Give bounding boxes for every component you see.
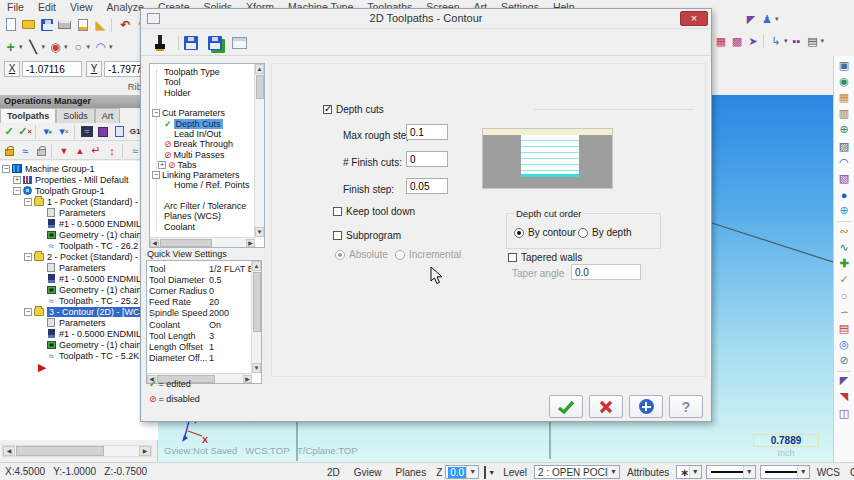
finish-step-input[interactable] [406,178,448,194]
named-views-icon[interactable]: ▨ [837,139,851,153]
scroll-icon[interactable]: ↕ [105,144,119,158]
menu-file[interactable]: File [0,1,31,13]
by-depth-radio[interactable]: By depth [578,227,631,238]
create-arc-icon[interactable]: ◠ [93,39,108,54]
tree-item-op2-tool[interactable]: #1 - 0.5000 ENDMILL [46,273,146,284]
tree-item-planes-wcs[interactable]: Planes (WCS) [164,211,221,221]
scroll-right-icon[interactable]: ▶ [243,375,252,383]
iso-view-icon[interactable]: ⊕ [837,123,851,137]
checkbox-icon[interactable] [508,253,517,262]
x-coord-input[interactable] [22,61,82,77]
tool-icon[interactable] [151,34,169,52]
close-button[interactable]: × [680,11,708,26]
taper-angle-input[interactable] [571,264,641,280]
tree-item-op2-toolpath[interactable]: ≈Toolpath - TC - 25.2 [46,295,138,306]
radio-selected-icon[interactable] [514,228,524,238]
regen-selected-icon[interactable]: ▾▸ [41,125,55,139]
tree-item-op1-toolpath[interactable]: ≈Toolpath - TC - 26.2 [46,240,138,251]
create-arc-caret[interactable]: ▾ [109,43,113,51]
qvs-row-length-offset[interactable]: Length Offset1 [149,341,251,352]
scrollbar-thumb[interactable] [16,446,104,456]
new-file-icon[interactable] [3,17,18,32]
scroll-right-icon[interactable]: ▶ [246,239,255,247]
dynamic-rotate-icon[interactable]: ∾ [837,224,851,238]
line-style-combo[interactable]: ▼ [706,465,756,479]
delete-duplicates-icon[interactable]: ▩ [730,34,744,48]
move-down-icon[interactable]: ▼ [57,144,71,158]
save-operation-icon[interactable] [206,34,224,52]
open-file-icon[interactable] [21,17,36,32]
dropdown-icon[interactable]: ▼ [466,466,478,478]
qvs-vertical-scrollbar[interactable]: ▲ ▼ [251,261,261,373]
scroll-right-icon[interactable]: ▶ [139,446,151,456]
collapse-icon[interactable]: − [152,171,160,179]
scroll-left-icon[interactable]: ◀ [150,239,159,247]
shaded-view-icon[interactable]: ◉ [837,74,851,88]
qvs-row-tool-diameter[interactable]: Tool Diameter0.5 [149,274,251,285]
grid-settings-icon[interactable]: ▤ [806,34,820,48]
select-last-icon[interactable]: ♟ [760,12,774,26]
gview-caret[interactable]: ▾ [784,37,788,45]
max-rough-step-input[interactable] [406,124,448,140]
dropdown-icon[interactable]: ▼ [607,466,619,478]
tree-item-coolant[interactable]: Coolant [164,222,195,232]
post-icon[interactable] [112,125,126,139]
tree-item-properties[interactable]: +Properties - Mill Default [13,174,129,185]
scrollbar-thumb[interactable] [253,272,261,332]
tree-item-toolpath-type[interactable]: Toolpath Type [164,67,220,77]
help-button[interactable]: ? [669,395,703,418]
incremental-radio[interactable]: Incremental [395,249,461,260]
level-combo[interactable]: 2 : OPEN POCI ▼ [534,465,620,479]
x-coord-button[interactable]: X [4,61,20,77]
menu-edit[interactable]: Edit [31,1,63,13]
globe-view-icon[interactable]: ⊕ [837,204,851,218]
checkbox-icon[interactable] [333,207,342,216]
analyze-distance-icon[interactable]: ✓ [837,273,851,287]
viewsheet-icon[interactable]: ▧ [837,172,851,186]
scroll-up-icon[interactable]: ▲ [252,261,261,271]
ok-button[interactable] [549,395,583,418]
tree-item-tabs[interactable]: +⊘Tabs [158,160,197,170]
lock-gray-icon[interactable] [34,144,48,158]
verify-icon[interactable] [96,125,110,139]
depth-cuts-checkbox[interactable]: Depth cuts [323,104,384,115]
tree-vertical-scrollbar[interactable]: ▲ ▼ [254,64,264,237]
tree-item-op1[interactable]: −1 - Pocket (Standard) - [ [24,196,143,207]
scrollbar-thumb[interactable] [160,239,212,247]
move-up-icon[interactable]: ▲ [73,144,87,158]
tree-item-multi-passes[interactable]: ⊘Multi Passes [164,149,225,159]
render-icon[interactable]: ● [837,188,851,202]
radio-icon[interactable] [395,250,405,260]
unselect-all-ops-icon[interactable]: ✓× [18,125,32,139]
common-parameters-icon[interactable] [230,34,248,52]
color-dropdown-icon[interactable]: ▼ [488,469,495,476]
tree-item-break-through[interactable]: ⊘Break Through [164,139,233,149]
blank-icon[interactable]: ◤ [837,374,851,388]
expand-icon[interactable]: + [158,161,166,169]
checkbox-icon[interactable] [333,231,342,240]
tree-item-op1-geometry[interactable]: Geometry - (1) chain [46,229,142,240]
operations-manager-header[interactable]: Operations Manager ▾ [0,95,158,108]
line-width-combo[interactable]: ▼ [760,465,810,479]
insert-position-marker[interactable]: ▶ [38,362,46,373]
regen-dirty-icon[interactable]: ▾× [57,125,71,139]
qvs-row-tool-length[interactable]: Tool Length3 [149,330,251,341]
tree-item-op2[interactable]: −2 - Pocket (Standard) - [ [24,251,143,262]
create-line-icon[interactable]: ╲ [26,39,41,54]
save-parameters-icon[interactable] [182,34,200,52]
entity-color-swatch[interactable] [484,466,486,479]
collapse-icon[interactable]: − [13,187,21,195]
qvs-row-feed-rate[interactable]: Feed Rate20 [149,297,251,308]
tree-item-home-ref-points[interactable]: Home / Ref. Points [174,180,250,190]
unzoom-icon[interactable]: ⊘ [837,354,851,368]
tree-item-lead-in-out[interactable]: Lead In/Out [174,129,221,139]
tree-item-tool[interactable]: Tool [164,77,181,87]
world-icon[interactable]: ◎ [837,337,851,351]
tree-item-op3-toolpath[interactable]: ≈Toolpath - TC - 5.2K [46,350,139,361]
scroll-left-icon[interactable]: ◀ [3,446,15,456]
absolute-radio[interactable]: Absolute [335,249,388,260]
create-ellipse-icon[interactable]: ○ [71,39,86,54]
groups-button[interactable]: Groups [845,467,854,478]
subprogram-checkbox[interactable]: Subprogram [333,230,401,241]
qvs-row-tool[interactable]: Tool1/2 FLAT EN... [149,263,251,274]
